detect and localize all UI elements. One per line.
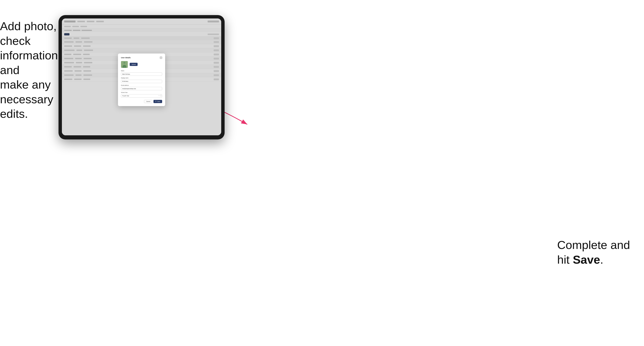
annotation-right-line2: hit [557, 253, 573, 266]
display-name-field-group: Display name [121, 77, 162, 83]
annotation-save-bold: Save [573, 253, 600, 266]
school-year-label: School Year [121, 92, 162, 93]
school-year-clear-icon[interactable]: × [158, 95, 160, 97]
app-background: User details × Upload Name [62, 18, 221, 135]
modal-footer: Cancel ⬆ Save [121, 100, 162, 103]
photo-section: Upload [121, 61, 162, 68]
email-label: Email address [121, 85, 162, 86]
school-year-input[interactable] [121, 94, 162, 98]
tablet-screen: User details × Upload Name [62, 18, 221, 135]
save-button-label: Save [157, 101, 160, 102]
email-field-group: Email address [121, 85, 162, 90]
display-name-label: Display name [121, 77, 162, 79]
name-label: Name [121, 70, 162, 71]
school-year-arrows[interactable]: ▲ ▼ [160, 95, 162, 97]
modal-overlay: User details × Upload Name [62, 18, 221, 135]
annotation-right: Complete and hit Save. [557, 238, 640, 267]
annotation-left-line4: necessary edits. [0, 93, 54, 120]
display-name-input[interactable] [121, 80, 162, 83]
save-icon: ⬆ [155, 101, 156, 102]
upload-button[interactable]: Upload [130, 63, 138, 66]
name-field-group: Name [121, 70, 162, 76]
tablet-device: User details × Upload Name [58, 15, 224, 140]
modal-close-button[interactable]: × [160, 56, 162, 59]
school-year-field-group: School Year × ▲ ▼ [121, 92, 162, 98]
user-photo-thumbnail [121, 61, 128, 68]
save-button[interactable]: ⬆ Save [154, 100, 162, 103]
annotation-left-line1: Add photo, check [0, 20, 56, 47]
annotation-left-line2: information and [0, 49, 58, 76]
modal-title-bar: User details × [121, 56, 162, 59]
arrow-down-icon: ▼ [160, 96, 162, 97]
annotation-left-line3: make any [0, 78, 51, 91]
user-details-modal: User details × Upload Name [118, 53, 165, 106]
name-input[interactable] [121, 72, 162, 76]
school-year-wrapper: × ▲ ▼ [121, 94, 162, 98]
modal-title: User details [121, 57, 130, 59]
cancel-button[interactable]: Cancel [144, 100, 152, 103]
annotation-right-line1: Complete and [557, 238, 630, 251]
annotation-right-end: . [600, 253, 604, 266]
email-input[interactable] [121, 87, 162, 90]
